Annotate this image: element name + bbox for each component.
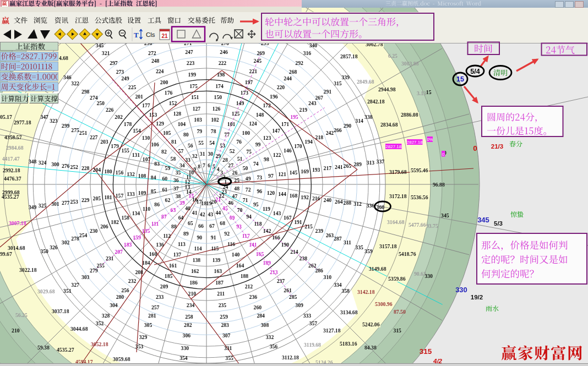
svg-text:0: 0 <box>473 144 477 152</box>
svg-text:4/2: 4/2 <box>433 358 443 364</box>
svg-text:21/3: 21/3 <box>491 143 503 150</box>
svg-text:5/4: 5/4 <box>470 68 480 75</box>
svg-text:330: 330 <box>455 286 467 294</box>
svg-text:345: 345 <box>477 216 489 224</box>
svg-text:19/2: 19/2 <box>471 294 483 301</box>
svg-text:315: 315 <box>420 347 432 356</box>
svg-text:15: 15 <box>456 75 464 83</box>
svg-text:5/3: 5/3 <box>494 220 503 227</box>
